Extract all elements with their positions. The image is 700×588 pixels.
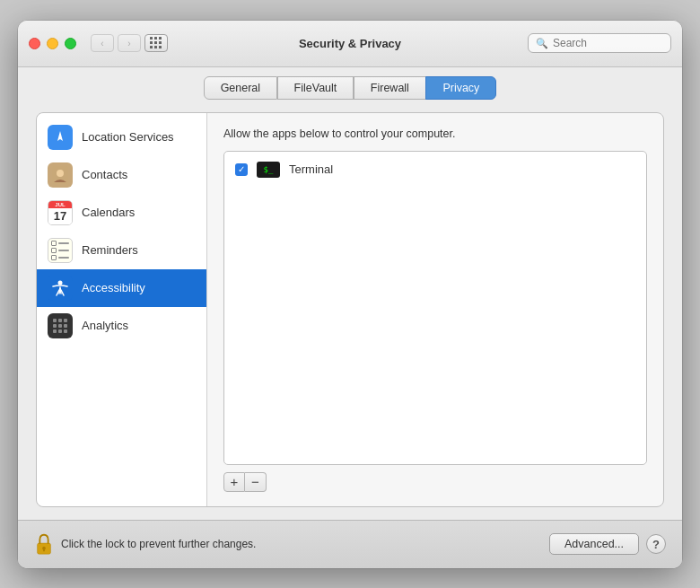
svg-rect-10 bbox=[58, 329, 62, 333]
close-button[interactable] bbox=[29, 38, 40, 49]
sidebar-item-analytics[interactable]: Analytics bbox=[37, 307, 206, 345]
svg-rect-3 bbox=[53, 319, 57, 322]
bottom-actions: Advanced... ? bbox=[549, 533, 666, 555]
tab-general[interactable]: General bbox=[204, 76, 277, 100]
sidebar: Location Services Contacts bbox=[37, 113, 207, 506]
svg-rect-4 bbox=[58, 319, 62, 322]
calendars-icon: JUL 17 bbox=[48, 200, 73, 225]
main-window: ‹ › Security & Privacy 🔍 General FileVau… bbox=[18, 21, 682, 568]
lock-text: Click the lock to prevent further change… bbox=[61, 538, 256, 550]
right-panel: Allow the apps below to control your com… bbox=[207, 113, 663, 506]
svg-rect-9 bbox=[53, 329, 57, 333]
main-content: Location Services Contacts bbox=[18, 100, 682, 520]
sidebar-label-contacts: Contacts bbox=[82, 168, 127, 181]
svg-rect-5 bbox=[64, 319, 67, 322]
search-box[interactable]: 🔍 bbox=[528, 33, 671, 53]
accessibility-icon bbox=[48, 276, 73, 301]
svg-rect-8 bbox=[64, 324, 67, 328]
svg-rect-14 bbox=[43, 549, 45, 552]
sidebar-label-calendars: Calendars bbox=[82, 206, 135, 219]
svg-rect-7 bbox=[58, 324, 62, 328]
grid-button[interactable] bbox=[144, 34, 168, 52]
svg-point-1 bbox=[57, 170, 64, 177]
lock-area: Click the lock to prevent further change… bbox=[34, 532, 549, 556]
sidebar-item-calendars[interactable]: JUL 17 Calendars bbox=[37, 194, 206, 232]
tab-privacy[interactable]: Privacy bbox=[425, 76, 496, 100]
svg-rect-11 bbox=[64, 329, 67, 333]
terminal-prompt-text: $_ bbox=[264, 165, 274, 174]
titlebar: ‹ › Security & Privacy 🔍 bbox=[18, 21, 682, 67]
tab-firewall[interactable]: Firewall bbox=[354, 76, 426, 100]
sidebar-label-analytics: Analytics bbox=[82, 319, 128, 332]
back-button[interactable]: ‹ bbox=[91, 34, 114, 52]
sidebar-label-location: Location Services bbox=[82, 130, 174, 144]
svg-point-2 bbox=[58, 280, 63, 285]
content-panel: Location Services Contacts bbox=[36, 112, 664, 507]
list-item: ✓ $_ Terminal bbox=[230, 157, 641, 182]
apps-list: ✓ $_ Terminal bbox=[223, 151, 647, 465]
add-button[interactable]: + bbox=[223, 472, 245, 492]
list-buttons: + − bbox=[223, 472, 647, 492]
panel-description: Allow the apps below to control your com… bbox=[223, 127, 647, 140]
analytics-icon bbox=[48, 313, 73, 338]
nav-buttons: ‹ › bbox=[91, 34, 141, 52]
app-name-terminal: Terminal bbox=[289, 162, 333, 176]
minimize-button[interactable] bbox=[47, 38, 58, 49]
grid-icon bbox=[150, 37, 162, 49]
window-title: Security & Privacy bbox=[299, 37, 401, 50]
sidebar-label-accessibility: Accessibility bbox=[82, 281, 145, 294]
sidebar-item-contacts[interactable]: Contacts bbox=[37, 156, 206, 194]
svg-rect-6 bbox=[53, 324, 57, 328]
app-checkbox-terminal[interactable]: ✓ bbox=[235, 163, 248, 176]
checkmark-icon: ✓ bbox=[238, 165, 245, 174]
contacts-icon bbox=[48, 162, 73, 188]
tab-filevault[interactable]: FileVault bbox=[277, 76, 354, 100]
search-icon: 🔍 bbox=[536, 38, 548, 49]
search-input[interactable] bbox=[553, 37, 663, 49]
location-services-icon bbox=[48, 125, 73, 150]
sidebar-label-reminders: Reminders bbox=[82, 243, 138, 257]
sidebar-item-accessibility[interactable]: Accessibility bbox=[37, 269, 206, 307]
reminders-icon bbox=[48, 238, 73, 263]
sidebar-item-reminders[interactable]: Reminders bbox=[37, 232, 206, 269]
maximize-button[interactable] bbox=[65, 38, 76, 49]
remove-button[interactable]: − bbox=[245, 472, 267, 492]
terminal-app-icon: $_ bbox=[257, 162, 280, 178]
tabs-bar: General FileVault Firewall Privacy bbox=[18, 67, 682, 100]
sidebar-item-location[interactable]: Location Services bbox=[37, 118, 206, 156]
advanced-button[interactable]: Advanced... bbox=[549, 533, 639, 555]
bottom-bar: Click the lock to prevent further change… bbox=[18, 520, 682, 568]
traffic-lights bbox=[29, 38, 76, 49]
forward-button[interactable]: › bbox=[118, 34, 141, 52]
lock-icon[interactable] bbox=[34, 532, 54, 556]
help-button[interactable]: ? bbox=[646, 534, 666, 554]
